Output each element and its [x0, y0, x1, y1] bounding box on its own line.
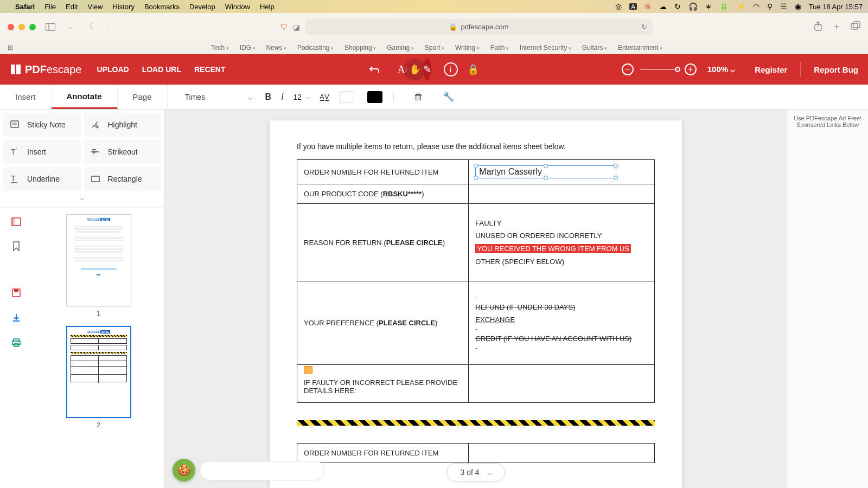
apps-icon[interactable]: ⊞	[8, 44, 13, 52]
font-size-select[interactable]: 12 ⌵	[293, 93, 310, 101]
headphones-icon[interactable]: 🎧	[688, 2, 698, 11]
zoom-slider[interactable]	[640, 69, 678, 70]
thumbnail-2[interactable]: REPLACE BASE 2	[43, 326, 154, 429]
status-icon-a[interactable]: A	[629, 3, 636, 10]
tool-rectangle[interactable]: Rectangle	[84, 167, 162, 191]
menu-file[interactable]: File	[44, 3, 56, 11]
thumbnails-view-icon[interactable]	[11, 217, 21, 226]
bookmark-tech[interactable]: Tech	[211, 44, 229, 52]
thumbnail-1[interactable]: REPLACE BASE ■■■ 1	[43, 214, 154, 317]
sidebar-toggle-icon[interactable]	[42, 22, 59, 32]
tab-annotate[interactable]: Annotate	[52, 85, 118, 109]
text-color-swatch[interactable]	[367, 91, 382, 103]
clock-icon[interactable]: ↻	[674, 2, 681, 11]
menu-history[interactable]: History	[112, 3, 134, 11]
menu-help[interactable]: Help	[260, 3, 275, 11]
bookmark-security[interactable]: Internet Security	[520, 44, 571, 52]
search-pill[interactable]	[200, 461, 324, 480]
back-button[interactable]: 〈	[81, 20, 97, 34]
tool-underline[interactable]: TUnderline	[3, 167, 81, 191]
menu-view[interactable]: View	[88, 3, 103, 11]
wifi-icon[interactable]: ⚡	[736, 2, 745, 11]
control-center-icon[interactable]: ☰	[780, 2, 787, 11]
upload-button[interactable]: UPLOAD	[97, 65, 129, 74]
status-icon-key[interactable]: ⑥	[644, 2, 652, 11]
new-tab-icon[interactable]: ＋	[832, 21, 841, 33]
lock-button[interactable]: 🔒	[462, 59, 484, 80]
cloud-icon[interactable]: ☁	[659, 2, 667, 11]
document-viewport[interactable]: If you have multiple items to return, pl…	[165, 110, 787, 488]
bookmarks-view-icon[interactable]	[12, 241, 21, 251]
bold-button[interactable]: B	[265, 92, 272, 102]
info-button[interactable]: i	[444, 62, 458, 76]
zoom-in-button[interactable]: +	[685, 63, 697, 75]
sticky-note-annotation[interactable]	[304, 366, 312, 374]
spotlight-icon[interactable]: ⚲	[767, 2, 773, 11]
cookie-settings-button[interactable]: 🍪	[173, 459, 195, 481]
bookmark-news[interactable]: News	[266, 44, 287, 52]
underline-annotation[interactable]: EXCHANGE	[475, 316, 515, 324]
tool-insert[interactable]: T˅Insert	[3, 140, 81, 164]
italic-button[interactable]: I	[281, 92, 283, 102]
bookmark-entertainment[interactable]: Entertainment	[618, 44, 662, 52]
siri-icon[interactable]: ◉	[795, 2, 801, 11]
page-navigator[interactable]: 3 of 4 ⌵	[446, 463, 505, 481]
download-icon[interactable]	[11, 313, 21, 323]
hand-tool-button[interactable]: ✋	[409, 59, 421, 80]
register-link[interactable]: Register	[755, 65, 787, 74]
print-icon[interactable]	[11, 338, 21, 348]
tab-insert[interactable]: Insert	[0, 85, 52, 109]
reload-icon[interactable]: ↻	[641, 23, 647, 31]
bookmark-podcasting[interactable]: Podcasting	[297, 44, 334, 52]
kerning-button[interactable]: A̲V̲	[320, 93, 329, 101]
report-bug-link[interactable]: Report Bug	[814, 65, 858, 74]
tool-strikeout[interactable]: TStrikeout	[84, 140, 162, 164]
expand-tools-button[interactable]: ⌵	[0, 191, 164, 205]
text-annotation-selected[interactable]: Martyn Casserly	[475, 165, 616, 178]
save-icon[interactable]	[11, 288, 21, 298]
tab-page[interactable]: Page	[118, 85, 168, 109]
address-bar[interactable]: 🔒 pdfescape.com ↻	[305, 19, 653, 35]
menu-edit[interactable]: Edit	[66, 3, 78, 11]
dropdown-icon[interactable]: ⌵	[65, 23, 75, 31]
zoom-out-button[interactable]: −	[622, 63, 634, 75]
clock[interactable]: Tue 18 Apr 15:57	[809, 3, 863, 11]
bookmark-guitars[interactable]: Guitars	[582, 44, 607, 52]
privacy-report-icon[interactable]: ◪	[293, 23, 300, 31]
bookmark-sport[interactable]: Sport	[425, 44, 444, 52]
maximize-window-button[interactable]	[29, 24, 36, 30]
edit-tool-button[interactable]: ✎	[423, 59, 431, 80]
menu-bookmarks[interactable]: Bookmarks	[144, 3, 180, 11]
fill-color-swatch[interactable]	[339, 91, 354, 103]
pdfescape-logo[interactable]: PDFescape	[10, 63, 82, 76]
tabs-icon[interactable]	[851, 21, 860, 33]
ad-free-link[interactable]: Use PDFescape Ad Free!	[793, 115, 863, 121]
undo-button[interactable]	[363, 59, 385, 80]
highlight-annotation[interactable]: YOU RECEIVED THE WRONG ITEM FROM US	[475, 244, 631, 253]
tool-highlight[interactable]: Highlight	[84, 113, 162, 137]
recent-button[interactable]: RECENT	[194, 65, 226, 74]
close-window-button[interactable]	[8, 24, 14, 30]
bookmark-gaming[interactable]: Gaming	[387, 44, 414, 52]
bookmark-idg[interactable]: IDG	[240, 44, 256, 52]
bookmark-writing[interactable]: Writing	[455, 44, 480, 52]
strikeout-annotation[interactable]: REFUND (IF UNDER 30 DAYS)	[475, 303, 575, 311]
settings-button[interactable]: 🔧	[443, 91, 454, 102]
delete-button[interactable]: 🗑	[414, 92, 423, 102]
zoom-percent[interactable]: 100% ⌵	[707, 65, 736, 74]
wifi-icon-2[interactable]: ◠	[753, 2, 760, 11]
bookmark-faith[interactable]: Faith	[490, 44, 509, 52]
text-tool-button[interactable]: AI	[398, 59, 407, 80]
strikeout-annotation-2[interactable]: CREDIT (IF YOU HAVE AN ACCOUNT WITH US)	[475, 335, 631, 343]
tracker-shield-icon[interactable]: ⛉	[280, 23, 288, 31]
status-icon[interactable]: ◎	[615, 2, 622, 11]
share-icon[interactable]	[814, 21, 822, 33]
app-name[interactable]: Safari	[15, 3, 35, 11]
tool-sticky-note[interactable]: Sticky Note	[3, 113, 81, 137]
bluetooth-icon[interactable]: ∗	[705, 2, 712, 11]
menu-develop[interactable]: Develop	[189, 3, 215, 11]
bookmark-shopping[interactable]: Shopping	[344, 44, 376, 52]
font-family-select[interactable]: Times⌵	[181, 89, 257, 105]
load-url-button[interactable]: LOAD URL	[142, 65, 181, 74]
minimize-window-button[interactable]	[18, 24, 25, 30]
